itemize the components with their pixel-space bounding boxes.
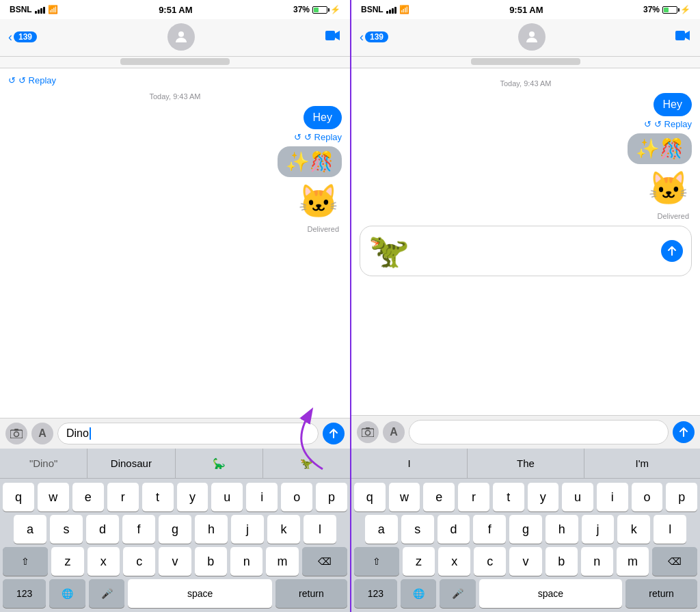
message-input-left[interactable]: Dino [57,423,319,444]
key-i-right[interactable]: i [597,483,628,511]
key-x-left[interactable]: x [88,547,120,576]
replay-link-top-left[interactable]: ↺ ↺ Replay [8,74,342,87]
key-u-right[interactable]: u [562,483,593,511]
return-key-left[interactable]: return [275,579,347,608]
key-j-left[interactable]: j [231,515,264,544]
replay-link-hey[interactable]: ↺ ↺ Replay [294,131,342,144]
key-r-left[interactable]: r [107,483,139,511]
key-c-left[interactable]: c [123,547,155,576]
key-c-right[interactable]: c [474,547,506,576]
key-w-left[interactable]: w [38,483,69,511]
key-y-left[interactable]: y [177,483,208,511]
key-i-left[interactable]: i [246,483,278,511]
key-y-right[interactable]: y [528,483,559,511]
key-d-right[interactable]: d [438,515,470,544]
send-button-right2[interactable] [673,421,695,443]
app-store-button-left[interactable]: A [31,423,53,444]
key-k-right[interactable]: k [617,515,650,544]
key-w-right[interactable]: w [389,483,420,511]
key-g-left[interactable]: g [159,515,191,544]
key-h-left[interactable]: h [195,515,228,544]
signal-icon-right [386,5,396,14]
key-n-left[interactable]: n [230,547,262,576]
back-badge-left[interactable]: 139 [14,31,37,42]
key-r-right[interactable]: r [458,483,489,511]
app-store-button-right[interactable]: A [383,421,405,443]
avatar-right[interactable] [518,23,546,51]
back-button-right[interactable]: ‹ 139 [360,30,388,44]
back-badge-right[interactable]: 139 [365,31,388,42]
key-z-right[interactable]: z [403,547,435,576]
key-l-right[interactable]: l [654,515,686,544]
camera-button-right[interactable] [357,421,379,443]
replay-link-right[interactable]: ↺ ↺ Replay [644,118,692,131]
predictive-green-dino[interactable]: 🦖 [263,449,350,478]
avatar-left[interactable] [167,23,195,51]
keyboard-right: q w e r t y u i o p a s d f g h j k l ⇧ … [351,479,700,612]
key-g-right[interactable]: g [509,515,542,544]
key-e-left[interactable]: e [72,483,104,511]
key-d-left[interactable]: d [86,515,119,544]
key-a-right[interactable]: a [365,515,398,544]
space-key-right[interactable]: space [479,579,623,608]
key-s-left[interactable]: s [50,515,83,544]
video-call-button-right[interactable] [675,28,692,46]
return-key-right[interactable]: return [625,579,697,608]
key-b-right[interactable]: b [546,547,578,576]
dino-input-card[interactable]: 🦖 [360,226,692,276]
predictive-i-right[interactable]: I [351,449,468,478]
numbers-key-right[interactable]: 123 [354,579,397,608]
space-key-left[interactable]: space [128,579,271,608]
replay-label-top-left: ↺ Replay [18,75,56,85]
message-input-right[interactable] [409,420,669,444]
key-z-left[interactable]: z [51,547,83,576]
key-f-left[interactable]: f [122,515,155,544]
video-call-button-left[interactable] [325,28,342,46]
emoji-key-right[interactable]: 🌐 [401,579,436,608]
back-button-left[interactable]: ‹ 139 [8,30,37,44]
key-t-left[interactable]: t [142,483,174,511]
key-o-left[interactable]: o [281,483,312,511]
camera-button-left[interactable] [5,423,27,444]
key-v-right[interactable]: v [509,547,541,576]
key-f-right[interactable]: f [473,515,506,544]
delete-key-right[interactable]: ⌫ [652,547,697,576]
key-p-left[interactable]: p [316,483,347,511]
predictive-im-right[interactable]: I'm [584,449,700,478]
delete-key-left[interactable]: ⌫ [302,547,347,576]
key-m-left[interactable]: m [266,547,298,576]
key-q-left[interactable]: q [3,483,34,511]
shift-key-left[interactable]: ⇧ [3,547,48,576]
emoji-key-left[interactable]: 🌐 [49,579,85,608]
mic-key-right[interactable]: 🎤 [440,579,475,608]
key-n-right[interactable]: n [581,547,613,576]
message-area-right[interactable]: Today, 9:43 AM Hey ↺ ↺ Replay ✨🎊 🐱 Deliv… [351,68,700,415]
key-e-right[interactable]: e [423,483,455,511]
key-b-left[interactable]: b [195,547,227,576]
key-u-left[interactable]: u [211,483,243,511]
send-button-left[interactable] [323,423,345,444]
predictive-blue-dino[interactable]: 🦕 [176,449,263,478]
numbers-key-left[interactable]: 123 [3,579,46,608]
key-p-right[interactable]: p [666,483,697,511]
key-v-left[interactable]: v [159,547,191,576]
key-m-right[interactable]: m [617,547,649,576]
shift-key-right[interactable]: ⇧ [354,547,399,576]
key-o-right[interactable]: o [632,483,663,511]
key-a-left[interactable]: a [14,515,46,544]
predictive-the-right[interactable]: The [468,449,584,478]
key-x-right[interactable]: x [438,547,470,576]
key-t-right[interactable]: t [493,483,524,511]
key-k-left[interactable]: k [267,515,300,544]
key-s-right[interactable]: s [401,515,434,544]
key-q-right[interactable]: q [354,483,386,511]
message-area-left[interactable]: ↺ ↺ Replay Today, 9:43 AM Hey ↺ ↺ Replay… [0,68,350,418]
send-button-right[interactable] [661,240,683,262]
key-j-right[interactable]: j [582,515,615,544]
predictive-dino-quoted[interactable]: "Dino" [0,449,88,478]
key-h-right[interactable]: h [546,515,578,544]
predictive-dinosaur[interactable]: Dinosaur [88,449,175,478]
key-l-left[interactable]: l [304,515,336,544]
sparkle-emoji-right: ✨🎊 [636,138,684,159]
mic-key-left[interactable]: 🎤 [89,579,125,608]
